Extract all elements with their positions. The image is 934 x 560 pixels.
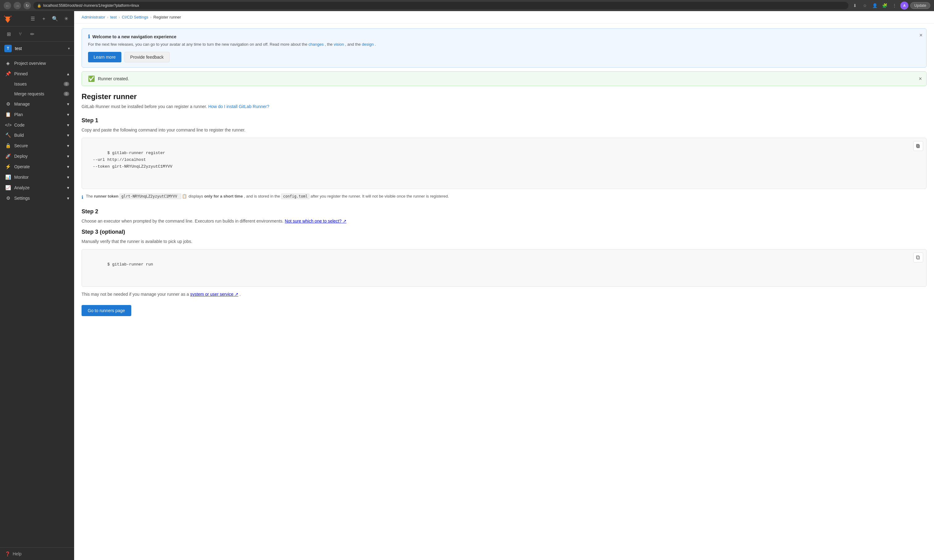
help-icon: ❓: [5, 551, 10, 556]
sidebar-tabs: ⊞ ⑂ ✏: [0, 26, 74, 42]
breadcrumb-current: Register runner: [154, 15, 181, 20]
sidebar-item-label: Settings: [14, 196, 64, 201]
manage-icon: ⚙: [5, 101, 11, 107]
sidebar-item-monitor[interactable]: 📊 Monitor ▾: [0, 172, 74, 182]
app-layout: ☰ + 🔍 ✳ ⊞ ⑂ ✏ T test ▾ ◈ Project overvie…: [0, 11, 934, 560]
step2-title: Step 2: [82, 208, 926, 215]
sidebar-item-label: Operate: [14, 164, 64, 169]
info-banner-actions: Learn more Provide feedback: [88, 52, 920, 62]
sidebar-item-code[interactable]: </> Code ▾: [0, 120, 74, 130]
step2-desc: Choose an executor when prompted by the …: [82, 218, 926, 225]
url-bar[interactable]: 🔒 localhost:5580/root/test/-/runners/1/r…: [33, 2, 848, 9]
chevron-down-icon: ▾: [67, 112, 69, 117]
help-link[interactable]: ❓ Help: [0, 547, 74, 560]
gitlab-logo-icon[interactable]: [4, 15, 12, 23]
sidebar-item-label: Project overview: [14, 61, 69, 66]
sidebar-item-label: Issues: [14, 82, 60, 86]
search-icon[interactable]: 🔍: [51, 14, 59, 23]
info-banner-title: ℹ Welcome to a new navigation experience: [88, 34, 920, 40]
page-title: Register runner: [82, 92, 926, 101]
project-selector[interactable]: T test ▾: [0, 42, 74, 55]
sidebar-item-manage[interactable]: ⚙ Manage ▾: [0, 99, 74, 109]
breadcrumb-sep-2: ›: [119, 15, 120, 20]
url-text: localhost:5580/root/test/-/runners/1/reg…: [43, 3, 139, 8]
activity-icon[interactable]: ✳: [62, 14, 71, 23]
step3-note-before: This may not be needed if you manage you…: [82, 292, 189, 297]
sidebar-item-deploy[interactable]: 🚀 Deploy ▾: [0, 151, 74, 162]
update-button[interactable]: Update: [910, 2, 930, 9]
sidebar-tab-overview[interactable]: ⊞: [4, 29, 14, 39]
sidebar-item-issues[interactable]: Issues 0: [0, 79, 74, 89]
success-banner-close-button[interactable]: ×: [919, 75, 922, 82]
profile-icon[interactable]: 👤: [871, 2, 879, 9]
sidebar-item-label: Merge requests: [14, 91, 60, 96]
download-icon[interactable]: ⬇: [851, 2, 859, 9]
deploy-icon: 🚀: [5, 154, 11, 159]
copy-token-button[interactable]: 📋: [181, 194, 188, 198]
sidebar-item-label: Code: [14, 123, 64, 128]
sidebar-item-label: Plan: [14, 112, 64, 117]
main-content: Administrator › test › CI/CD Settings › …: [74, 11, 934, 560]
system-service-link[interactable]: system or user service ↗: [190, 292, 239, 297]
chevron-down-icon: ▾: [67, 133, 69, 138]
sidebar-tab-mr[interactable]: ⑂: [15, 29, 25, 39]
chevron-down-icon: ▾: [67, 164, 69, 169]
operate-icon: ⚡: [5, 164, 11, 169]
breadcrumb-cicd-settings[interactable]: CI/CD Settings: [122, 15, 148, 20]
mr-count-badge: 0: [64, 92, 69, 96]
info-banner-close-button[interactable]: ×: [919, 32, 923, 38]
step2-text: Choose an executor when prompted by the …: [82, 218, 284, 223]
menu-icon[interactable]: ⋮: [891, 2, 899, 9]
sidebar-tab-todo[interactable]: ✏: [27, 29, 37, 39]
sidebar-item-analyze[interactable]: 📈 Analyze ▾: [0, 182, 74, 193]
chevron-down-icon: ▾: [67, 175, 69, 180]
vision-link[interactable]: vision: [334, 42, 344, 47]
extensions-icon[interactable]: 🧩: [880, 2, 889, 9]
changes-link[interactable]: changes: [308, 42, 324, 47]
sidebar-item-label: Pinned: [14, 71, 64, 76]
bookmark-icon[interactable]: ☆: [861, 2, 869, 9]
breadcrumb-administrator[interactable]: Administrator: [82, 15, 105, 20]
sidebar-item-secure[interactable]: 🔒 Secure ▾: [0, 140, 74, 151]
info-text-mid2: , and the: [345, 42, 361, 47]
token-text-after: after you register the runner. It will n…: [311, 194, 449, 198]
breadcrumb-sep-3: ›: [150, 15, 151, 20]
copy-register-command-button[interactable]: [913, 141, 923, 151]
install-guide-link[interactable]: How do I install GitLab Runner?: [208, 104, 269, 109]
sidebar-item-operate[interactable]: ⚡ Operate ▾: [0, 162, 74, 172]
sidebar-item-settings[interactable]: ⚙ Settings ▾: [0, 193, 74, 203]
sidebar-top: ☰ + 🔍 ✳: [0, 11, 74, 26]
executor-help-link[interactable]: Not sure which one to select? ↗: [285, 218, 347, 223]
info-banner-title-text: Welcome to a new navigation experience: [92, 34, 176, 39]
browser-bar: ← → ↻ 🔒 localhost:5580/root/test/-/runne…: [0, 0, 934, 11]
copy-run-command-button[interactable]: [913, 252, 923, 262]
go-to-runners-button[interactable]: Go to runners page: [82, 305, 131, 316]
register-command-block: $ gitlab-runner register --url http://lo…: [82, 138, 926, 189]
sidebar-item-project-overview[interactable]: ◈ Project overview: [0, 58, 74, 69]
monitor-icon: 📊: [5, 174, 11, 180]
sidebar-item-merge-requests[interactable]: Merge requests 0: [0, 89, 74, 99]
info-banner: × ℹ Welcome to a new navigation experien…: [82, 28, 926, 68]
info-small-icon: ℹ: [82, 194, 83, 201]
design-link[interactable]: design: [362, 42, 374, 47]
new-item-icon[interactable]: +: [40, 14, 48, 23]
learn-more-button[interactable]: Learn more: [88, 52, 122, 62]
sidebar-item-label: Build: [14, 133, 64, 138]
provide-feedback-button[interactable]: Provide feedback: [125, 52, 170, 62]
sidebar-item-plan[interactable]: 📋 Plan ▾: [0, 109, 74, 120]
sidebar-item-label: Manage: [14, 102, 64, 106]
sidebar-item-pinned[interactable]: 📌 Pinned ▴: [0, 69, 74, 79]
sidebar-toggle-icon[interactable]: ☰: [28, 14, 37, 23]
back-button[interactable]: ←: [4, 2, 11, 9]
breadcrumb-test[interactable]: test: [110, 15, 117, 20]
sidebar-nav: ◈ Project overview 📌 Pinned ▴ Issues 0 M…: [0, 55, 74, 547]
step3-title: Step 3 (optional): [82, 229, 926, 235]
token-value-badge: glrt-NRYUnqLZ2yzyutC1MYVV: [120, 194, 181, 199]
sidebar-item-build[interactable]: 🔨 Build ▾: [0, 130, 74, 140]
sidebar-item-label: Deploy: [14, 154, 64, 158]
reload-button[interactable]: ↻: [23, 2, 31, 9]
chevron-down-icon: ▾: [67, 185, 69, 190]
step1-title: Step 1: [82, 117, 926, 124]
avatar[interactable]: A: [900, 2, 908, 9]
forward-button[interactable]: →: [14, 2, 21, 9]
